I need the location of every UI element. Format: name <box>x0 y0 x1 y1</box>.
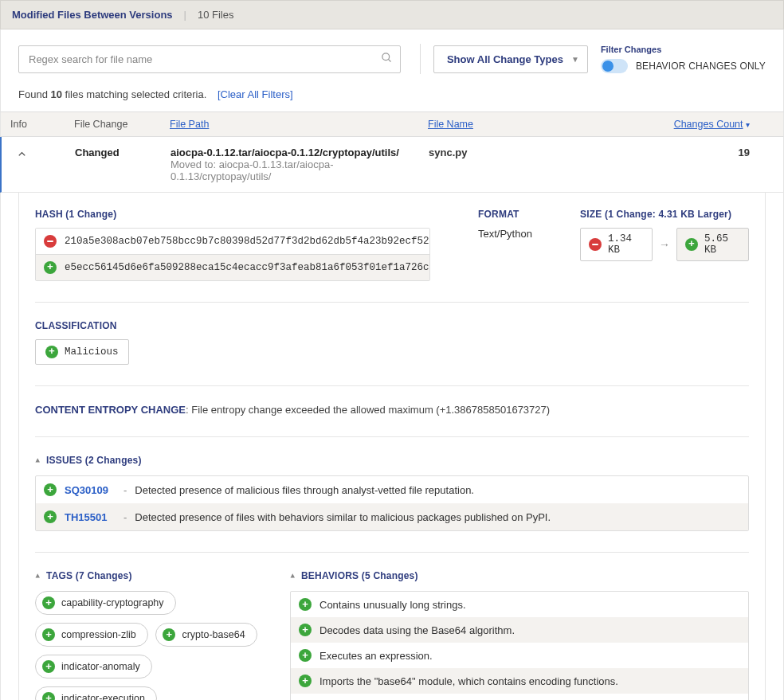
cell-count: 19 <box>660 147 774 158</box>
divider: | <box>184 9 186 21</box>
issue-text: Detected presence of malicious files thr… <box>135 484 474 496</box>
issue-row: TH15501 - Detected presence of files wit… <box>36 503 748 530</box>
cell-change-type: Changed <box>75 147 171 158</box>
tag-pill[interactable]: indicator-anomaly <box>35 655 152 678</box>
plus-icon <box>44 483 57 496</box>
behaviors-section: ▾ BEHAVIORS (5 Changes) Contains unusual… <box>290 570 749 700</box>
clear-filters-link[interactable]: [Clear All Filters] <box>218 88 293 100</box>
plus-icon <box>685 238 698 251</box>
classification-box: Malicious <box>35 339 129 365</box>
classification-title: CLASSIFICATION <box>35 320 749 331</box>
toggle-knob <box>602 61 613 72</box>
arrow-right-icon: → <box>659 238 670 251</box>
plus-icon <box>45 346 58 358</box>
plus-icon <box>299 649 312 662</box>
minus-icon <box>589 238 602 251</box>
size-section: SIZE (1 Change: 4.31 KB Larger) 1.34 KB … <box>580 209 749 281</box>
hash-old-value: 210a5e308acb07eb758bcc9b7c80398d52d77f3d… <box>65 236 430 247</box>
classification-value: Malicious <box>65 346 119 358</box>
toggle-label: BEHAVIOR CHANGES ONLY <box>636 61 766 72</box>
vertical-divider <box>420 44 421 74</box>
hash-new: e5ecc56145d6e6fa509288eca15c4ecacc9f3afe… <box>36 255 429 280</box>
issue-text: Detected presence of files with behavior… <box>135 511 551 523</box>
details-panel: HASH (1 Change) 210a5e308acb07eb758bcc9b… <box>18 193 766 700</box>
change-type-dropdown[interactable]: Show All Change Types ▼ <box>433 45 588 73</box>
dropdown-label: Show All Change Types <box>447 53 563 65</box>
path-current: aiocpa-0.1.12.tar/aiocpa-0.1.12/cryptopa… <box>171 147 429 158</box>
issue-row: SQ30109 - Detected presence of malicious… <box>36 476 748 503</box>
filter-label: Filter Changes <box>601 45 766 54</box>
plus-icon <box>42 660 55 673</box>
size-new: 5.65 KB <box>676 228 749 261</box>
plus-icon <box>42 596 55 609</box>
panel-header: Modified Files Between Versions | 10 Fil… <box>0 0 784 29</box>
th-file-change: File Change <box>74 119 170 130</box>
controls-bar: Show All Change Types ▼ Filter Changes B… <box>0 29 784 84</box>
plus-icon <box>42 692 55 700</box>
plus-icon <box>42 628 55 641</box>
chevron-up-icon: ▾ <box>35 456 40 466</box>
size-title: SIZE (1 Change: 4.31 KB Larger) <box>580 209 749 220</box>
size-row: 1.34 KB → 5.65 KB <box>580 228 749 261</box>
size-old: 1.34 KB <box>580 228 653 261</box>
dash: - <box>123 484 127 496</box>
entropy-label: CONTENT ENTROPY CHANGE <box>35 404 186 416</box>
found-line: Found 10 files matching selected criteri… <box>0 84 784 111</box>
issues-title: ISSUES (2 Changes) <box>46 455 142 466</box>
panel-file-count: 10 Files <box>198 9 234 21</box>
behaviors-header[interactable]: ▾ BEHAVIORS (5 Changes) <box>290 570 749 581</box>
th-info: Info <box>10 119 74 130</box>
plus-icon <box>44 261 57 274</box>
behavior-row: Contains unusually long strings. <box>291 592 748 617</box>
behavior-row: Imports the "zlib" module, which provide… <box>291 694 748 700</box>
tag-pill[interactable]: capability-cryptography <box>35 591 176 615</box>
behaviors-list: Contains unusually long strings. Decodes… <box>290 591 749 700</box>
th-file-path[interactable]: File Path <box>170 119 209 130</box>
chevron-down-icon: ▾ <box>746 120 750 129</box>
tags-section: ▾ TAGS (7 Changes) capability-cryptograp… <box>35 570 266 700</box>
plus-icon <box>299 624 312 636</box>
th-file-name[interactable]: File Name <box>428 119 473 130</box>
behavior-row: Imports the "base64" module, which conta… <box>291 668 748 694</box>
entropy-line: CONTENT ENTROPY CHANGE: File entropy cha… <box>35 404 749 416</box>
tags-header[interactable]: ▾ TAGS (7 Changes) <box>35 570 266 581</box>
behavior-row: Executes an expression. <box>291 643 748 668</box>
plus-icon <box>299 598 312 611</box>
plus-icon <box>163 628 175 641</box>
toggle-row: BEHAVIOR CHANGES ONLY <box>601 59 766 73</box>
format-value: Text/Python <box>478 228 532 240</box>
svg-point-0 <box>382 53 390 61</box>
issues-header[interactable]: ▾ ISSUES (2 Changes) <box>35 455 749 466</box>
search-input[interactable] <box>18 45 401 73</box>
tag-pill[interactable]: indicator-execution <box>35 686 157 700</box>
collapse-icon[interactable] <box>11 147 75 162</box>
issue-id-link[interactable]: TH15501 <box>65 511 116 523</box>
hash-new-value: e5ecc56145d6e6fa509288eca15c4ecacc9f3afe… <box>65 262 430 273</box>
path-moved: Moved to: aiocpa-0.1.13.tar/aiocpa-0.1.1… <box>171 158 429 182</box>
cell-path: aiocpa-0.1.12.tar/aiocpa-0.1.12/cryptopa… <box>171 147 429 182</box>
tag-pill[interactable]: crypto-base64 <box>155 623 257 647</box>
size-old-value: 1.34 KB <box>608 233 644 256</box>
behaviors-title: BEHAVIORS (5 Changes) <box>301 570 418 581</box>
cell-file-name: sync.py <box>429 147 660 158</box>
table-row[interactable]: Changed aiocpa-0.1.12.tar/aiocpa-0.1.12/… <box>0 137 784 193</box>
th-changes-count[interactable]: Changes Count <box>674 119 743 130</box>
table-header: Info File Change File Path File Name Cha… <box>0 111 784 137</box>
dash: - <box>123 511 127 523</box>
chevron-up-icon: ▾ <box>290 571 295 581</box>
hash-title: HASH (1 Change) <box>35 209 430 220</box>
issues-list: SQ30109 - Detected presence of malicious… <box>35 475 749 531</box>
filter-changes-section: Filter Changes BEHAVIOR CHANGES ONLY <box>601 45 766 73</box>
behavior-toggle[interactable] <box>601 59 628 73</box>
hash-old: 210a5e308acb07eb758bcc9b7c80398d52d77f3d… <box>36 229 429 255</box>
hash-box: 210a5e308acb07eb758bcc9b7c80398d52d77f3d… <box>35 228 430 281</box>
svg-line-1 <box>388 59 390 61</box>
found-suffix: files matching selected criteria. <box>62 88 206 100</box>
chevron-down-icon: ▼ <box>571 55 579 64</box>
search-wrap <box>18 45 401 73</box>
tag-pill[interactable]: compression-zlib <box>35 623 148 647</box>
behavior-row: Decodes data using the Base64 algorithm. <box>291 617 748 643</box>
plus-icon <box>44 510 57 523</box>
plus-icon <box>299 675 312 687</box>
issue-id-link[interactable]: SQ30109 <box>65 484 116 496</box>
